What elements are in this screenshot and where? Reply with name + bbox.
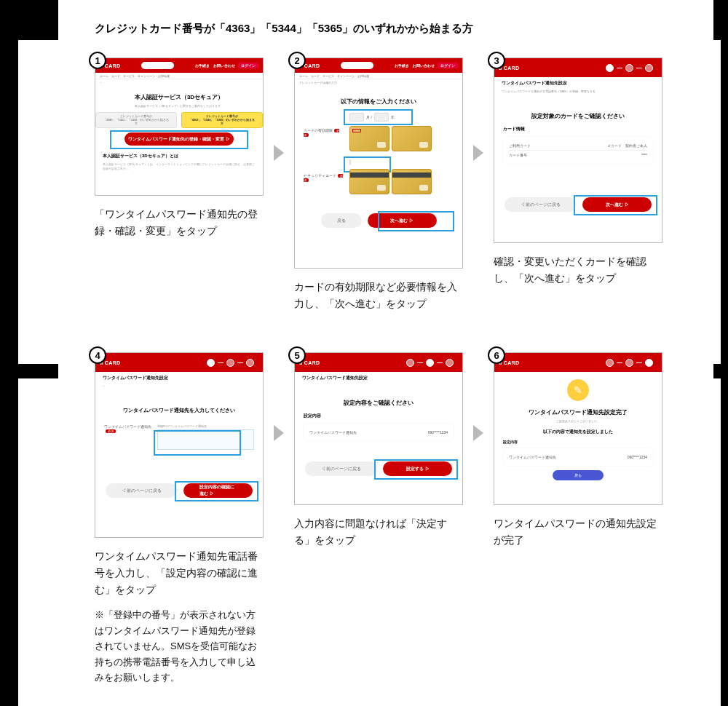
progress-step-icon: [246, 359, 254, 367]
progress-step-icon: [625, 64, 633, 72]
page-subtitle: 本人認証サービス（3Dセキュア）に関するご案内をしております。: [95, 104, 263, 108]
step-5-caption: 入力内容に問題なければ「決定する」をタップ: [294, 515, 463, 549]
steps-row-1: 1 d CARD お手続き お問い合わせログイン ホーム カード サービス キャ…: [95, 57, 684, 312]
frame-mid-right: [713, 364, 728, 378]
card-info-label: カード情報: [494, 126, 662, 132]
confirm-button[interactable]: 設定内容の確認に進む ▷: [183, 483, 253, 498]
frame-left: [0, 0, 18, 706]
breadcrumb: ···: [95, 79, 263, 86]
content-area: クレジットカード番号が「4363」「5344」「5365」のいずれかから始まる方…: [58, 7, 713, 686]
step-number-2: 2: [288, 52, 306, 69]
screenshot-2: d CARDお手続き お問い合わせログイン ホーム カード サービス キャンペー…: [294, 57, 463, 269]
card-back-image-2: [392, 169, 432, 194]
card-back-image: [349, 169, 389, 194]
next-button[interactable]: 次へ進む ▷: [368, 213, 437, 228]
progress-step-icon: [606, 359, 614, 367]
registered-number-label: 登録中のワンタイムパスワード通知先: [157, 424, 254, 428]
arrow: [271, 57, 287, 161]
steps-row-2: 4 d CARD ワンタイムパスワード通知先設定 ··· ワンタイムパスワード通…: [95, 352, 684, 685]
frame-top-right: [713, 0, 728, 40]
svg-marker-3: [473, 425, 483, 441]
step-6-caption: ワンタイムパスワードの通知先設定が完了: [494, 515, 662, 549]
progress-step-icon: [606, 64, 614, 72]
progress-step-icon: [226, 359, 234, 367]
frame-top-left: [0, 0, 58, 40]
register-otp-button[interactable]: ワンタイムパスワード通知先の登録・確認・変更 ▷: [124, 132, 234, 146]
next-button[interactable]: 次へ進む ▷: [582, 197, 652, 212]
screenshot-3: d CARD ワンタイムパスワード通知先設定 ワンタイムパスワードを通知する電話…: [494, 57, 662, 243]
card-range-pill-yellow: クレジットカード番号が「4363」「5344」「5365」のいずれかから始まる方: [181, 112, 263, 128]
step-3-caption: 確認・変更いただくカードを確認し、「次へ進む」をタップ: [494, 253, 662, 287]
step-number-6: 6: [488, 346, 505, 364]
progress-step-icon: [406, 359, 414, 367]
app-header: d CARD お手続き お問い合わせログイン: [95, 58, 263, 73]
page-title: 本人認証サービス（3Dセキュア）: [95, 93, 263, 101]
step-1-caption: 「ワンタイムパスワード通知先の登録・確認・変更」をタップ: [95, 206, 264, 239]
progress-step-icon: [446, 359, 454, 367]
arrow: [271, 352, 287, 441]
screenshot-4: d CARD ワンタイムパスワード通知先設定 ··· ワンタイムパスワード通知先…: [95, 352, 264, 538]
step-number-4: 4: [89, 346, 106, 364]
form-title: 設定対象のカードをご確認ください: [494, 112, 662, 120]
progress-step-icon: [207, 359, 215, 367]
complete-title: ワンタイムパスワード通知先設定完了: [494, 408, 662, 416]
search-box: [141, 62, 174, 69]
breadcrumb: ワンタイムパスワード通知先設定: [95, 372, 263, 384]
arrow: [470, 57, 486, 161]
progress-step-icon: [645, 359, 653, 367]
otp-dest-label: ワンタイムパスワード通知先 必須: [104, 424, 151, 433]
step-4: 4 d CARD ワンタイムパスワード通知先設定 ··· ワンタイムパスワード通…: [95, 352, 264, 685]
breadcrumb: ワンタイムパスワード通知先設定: [295, 372, 462, 384]
expiry-label: カードの有効期限必須: [304, 128, 344, 137]
frame-right: [721, 0, 728, 706]
svg-marker-0: [274, 145, 284, 161]
form-title: 以下の情報をご入力ください: [295, 98, 462, 106]
card-range-pill-gray: クレジットカード番号が「4980」「5302」「5334」のいずれかから始まる方: [95, 112, 177, 128]
confirm-title: 設定内容をご確認ください: [295, 399, 462, 407]
cvv-input[interactable]: [349, 159, 351, 165]
result-title: 以下の内容で通知先を設定しました: [494, 429, 662, 435]
step-number-1: 1: [89, 52, 106, 69]
settings-label: 設定内容: [295, 413, 462, 419]
settings-label: 設定内容: [494, 440, 662, 444]
screenshot-6: d CARD ✎ ワンタイムパスワード通知先設定完了 ご設定ありがとうございまし…: [494, 352, 662, 505]
screenshot-5: d CARD ワンタイムパスワード通知先設定 設定内容をご確認ください 設定内容…: [294, 352, 463, 505]
back-button[interactable]: ◁ 前のページに戻る: [505, 197, 577, 212]
card-info-card: ご利用カードｄカード 契約者ご本人 カード番号****: [503, 137, 653, 164]
about-text: 本人認証サービス（3Dセキュア）とは、インターネットショッピングの際にクレジット…: [95, 162, 263, 170]
settings-card: ワンタイムパスワード通知先090****1234: [503, 448, 653, 466]
card-front-image: [349, 126, 389, 151]
step-number-5: 5: [288, 346, 306, 364]
step-6: 6 d CARD ✎ ワンタイムパスワード通知先設定完了 ご設定ありがとうござい…: [494, 352, 662, 549]
success-icon: ✎: [567, 379, 589, 401]
step-4-caption: ワンタイムパスワード通知先電話番号を入力し、「設定内容の確認に進む」をタップ: [95, 548, 264, 598]
back-button[interactable]: ◁ 前のページに戻る: [106, 483, 178, 498]
thanks-text: ご設定ありがとうございました。: [494, 419, 662, 423]
breadcrumb: クレジットカード情報の入力: [295, 79, 462, 86]
progress-step-icon: [625, 359, 633, 367]
cvv-label: セキュリティコード必須: [304, 173, 344, 182]
step-2-caption: カードの有効期限など必要情報を入力し、「次へ進む」をタップ: [294, 279, 463, 312]
screenshot-1: d CARD お手続き お問い合わせログイン ホーム カード サービス キャンペ…: [95, 57, 264, 196]
step-4-note: ※「登録中の番号」が表示されない方はワンタイムパスワード通知先が登録されていませ…: [95, 607, 264, 685]
step-2: 2 d CARDお手続き お問い合わせログイン ホーム カード サービス キャン…: [294, 57, 463, 312]
expiry-month-input[interactable]: [349, 113, 364, 122]
arrow: [470, 352, 486, 441]
step-number-3: 3: [488, 52, 505, 69]
menu-bar: ホーム カード サービス キャンペーン・お得情報: [95, 73, 263, 79]
about-title: 本人認証サービス（3Dセキュア）とは: [95, 150, 263, 162]
return-button[interactable]: 戻る: [553, 470, 604, 480]
card-front-image-2: [392, 126, 432, 151]
breadcrumb: ワンタイムパスワード通知先設定: [494, 77, 662, 90]
step-5: 5 d CARD ワンタイムパスワード通知先設定 設定内容をご確認ください 設定…: [294, 352, 463, 549]
expiry-year-input[interactable]: [374, 113, 389, 122]
step-1: 1 d CARD お手続き お問い合わせログイン ホーム カード サービス キャ…: [95, 57, 264, 239]
back-button[interactable]: ◁ 前のページに戻る: [305, 461, 378, 476]
frame-mid-left: [0, 364, 58, 378]
submit-button[interactable]: 設定する ▷: [383, 461, 452, 476]
back-button[interactable]: 戻る: [321, 213, 362, 228]
svg-marker-2: [274, 425, 284, 441]
step-3: 3 d CARD ワンタイムパスワード通知先設定 ワンタイムパスワードを通知する…: [494, 57, 662, 287]
otp-phone-input[interactable]: [157, 429, 254, 450]
progress-step-icon: [426, 359, 434, 367]
